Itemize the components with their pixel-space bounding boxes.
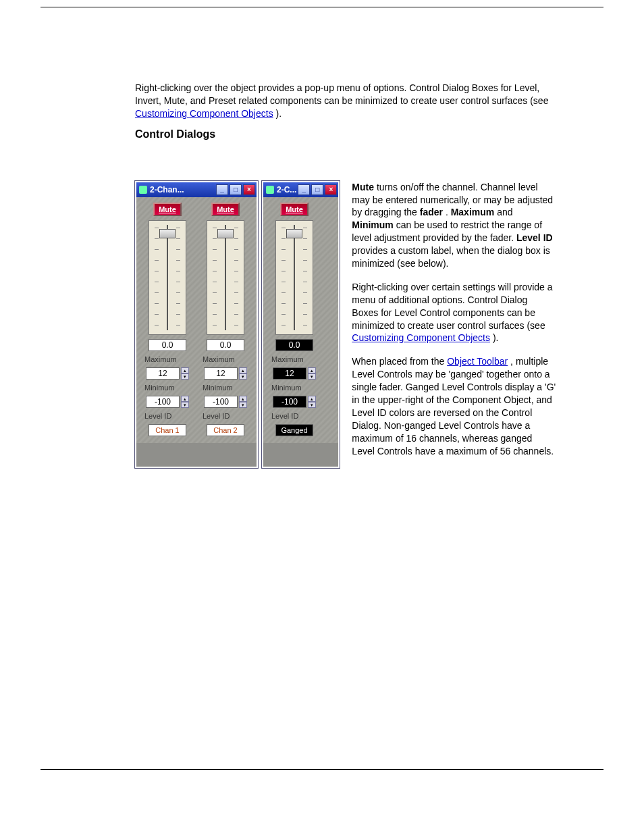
minimum-value[interactable]: -100: [146, 396, 180, 408]
dialog-body: Mute0.0Maximum12▴▾Minimum-100▴▾Level IDG…: [263, 197, 338, 443]
maximum-value[interactable]: 12: [146, 367, 180, 380]
maximize-button[interactable]: □: [311, 184, 323, 195]
mute-button[interactable]: Mute: [153, 203, 182, 216]
titlebar[interactable]: 2-C..._□×: [263, 182, 338, 197]
level-id-label: Level ID: [198, 412, 230, 420]
fader-thumb[interactable]: [217, 229, 234, 238]
minimum-down[interactable]: ▾: [308, 402, 316, 408]
maximum-spinner: 12▴▾: [273, 367, 316, 380]
maximum-down[interactable]: ▾: [181, 373, 189, 380]
minimum-up[interactable]: ▴: [181, 396, 189, 402]
minimum-up[interactable]: ▴: [239, 396, 247, 402]
p3a: When placed from the: [352, 356, 447, 367]
level-id-value[interactable]: Ganged: [275, 424, 313, 436]
minimum-up[interactable]: ▴: [308, 396, 316, 402]
minimum-spinner: -100▴▾: [204, 396, 247, 408]
minimum-down[interactable]: ▾: [181, 402, 189, 408]
fader[interactable]: [207, 220, 244, 335]
window-title: 2-Chan...: [150, 185, 215, 194]
bold-minimum: Minimum: [352, 219, 393, 230]
maximum-down[interactable]: ▾: [239, 373, 247, 380]
fader-thumb[interactable]: [286, 229, 302, 238]
level-id-value[interactable]: Chan 1: [149, 424, 186, 436]
level-id-label: Level ID: [140, 412, 171, 420]
channel-strip: Mute0.0Maximum12▴▾Minimum-100▴▾Level IDC…: [198, 203, 252, 436]
maximum-label: Maximum: [267, 355, 304, 363]
level-id-label: Level ID: [267, 412, 298, 420]
minimum-label: Minimum: [198, 384, 233, 392]
minimum-label: Minimum: [140, 384, 175, 392]
app-icon: [266, 186, 274, 194]
mute-button[interactable]: Mute: [211, 203, 240, 216]
close-button[interactable]: ×: [243, 184, 255, 195]
maximum-label: Maximum: [198, 355, 235, 363]
fader[interactable]: [149, 220, 186, 335]
minimum-label: Minimum: [267, 384, 302, 392]
level-id-value[interactable]: Chan 2: [207, 424, 244, 436]
maximum-down[interactable]: ▾: [308, 373, 316, 380]
channel-strip: Mute0.0Maximum12▴▾Minimum-100▴▾Level IDC…: [140, 203, 194, 436]
content-row: 2-Chan..._□×Mute0.0Maximum12▴▾Minimum-10…: [135, 181, 556, 469]
minimize-button[interactable]: _: [216, 184, 228, 195]
maximum-spinner: 12▴▾: [204, 367, 247, 380]
p2b: ).: [493, 332, 499, 343]
link-customizing-1[interactable]: Customizing Component Objects: [135, 108, 273, 119]
bold-maximum: Maximum: [451, 207, 495, 217]
intro-text-a: Right-clicking over the object provides …: [135, 82, 548, 106]
maximum-up[interactable]: ▴: [181, 367, 189, 373]
app-icon: [139, 186, 147, 194]
mute-button[interactable]: Mute: [280, 203, 308, 216]
dialog-window: 2-Chan..._□×Mute0.0Maximum12▴▾Minimum-10…: [135, 181, 258, 469]
maximum-up[interactable]: ▴: [239, 367, 247, 373]
maximum-up[interactable]: ▴: [308, 367, 316, 373]
dialog-body: Mute0.0Maximum12▴▾Minimum-100▴▾Level IDC…: [136, 197, 257, 443]
minimum-spinner: -100▴▾: [273, 396, 316, 408]
p1e: provides a custom label, when the dialog…: [352, 245, 549, 269]
minimum-down[interactable]: ▾: [239, 402, 247, 408]
bold-levelid: Level ID: [516, 232, 553, 243]
minimum-spinner: -100▴▾: [146, 396, 189, 408]
channel-strip: Mute0.0Maximum12▴▾Minimum-100▴▾Level IDG…: [267, 203, 321, 436]
maximum-label: Maximum: [140, 355, 177, 363]
close-button[interactable]: ×: [325, 184, 337, 195]
maximum-value[interactable]: 12: [204, 367, 238, 380]
minimum-value[interactable]: -100: [273, 396, 306, 408]
minimize-button[interactable]: _: [298, 184, 310, 195]
fader[interactable]: [275, 220, 313, 335]
maximum-value[interactable]: 12: [273, 367, 306, 380]
intro-paragraph: Right-clicking over the object provides …: [135, 82, 556, 120]
link-object-toolbar[interactable]: Object Toolbar: [447, 356, 508, 367]
maximize-button[interactable]: □: [230, 184, 242, 195]
dialog-window: 2-C..._□×Mute0.0Maximum12▴▾Minimum-100▴▾…: [262, 181, 340, 469]
p1c: and: [497, 207, 512, 217]
window-title: 2-C...: [277, 185, 296, 194]
bold-mute: Mute: [352, 182, 374, 192]
p2a: Right-clicking over certain settings wil…: [352, 282, 552, 331]
maximum-spinner: 12▴▾: [146, 367, 189, 380]
fader-thumb[interactable]: [159, 229, 176, 238]
desc-paragraph-1: Mute turns on/off the channel. Channel l…: [352, 181, 556, 270]
desc-paragraph-3: When placed from the Object Toolbar , mu…: [352, 355, 556, 457]
bold-fader: fader: [420, 207, 443, 217]
dialog-screenshots: 2-Chan..._□×Mute0.0Maximum12▴▾Minimum-10…: [135, 181, 340, 469]
p3b: , multiple Level Controls may be 'ganged…: [352, 356, 556, 456]
link-customizing-2[interactable]: Customizing Component Objects: [352, 332, 490, 343]
document-page: Right-clicking over the object provides …: [41, 7, 603, 770]
description-column: Mute turns on/off the channel. Channel l…: [352, 181, 556, 469]
heading-control-dialogs: Control Dialogs: [135, 128, 556, 140]
level-value[interactable]: 0.0: [207, 339, 244, 351]
desc-paragraph-2: Right-clicking over certain settings wil…: [352, 281, 556, 344]
titlebar[interactable]: 2-Chan..._□×: [136, 182, 257, 197]
p1b: .: [446, 207, 451, 217]
level-value[interactable]: 0.0: [275, 339, 313, 351]
intro-text-b: ).: [276, 108, 282, 119]
minimum-value[interactable]: -100: [204, 396, 238, 408]
level-value[interactable]: 0.0: [149, 339, 186, 351]
